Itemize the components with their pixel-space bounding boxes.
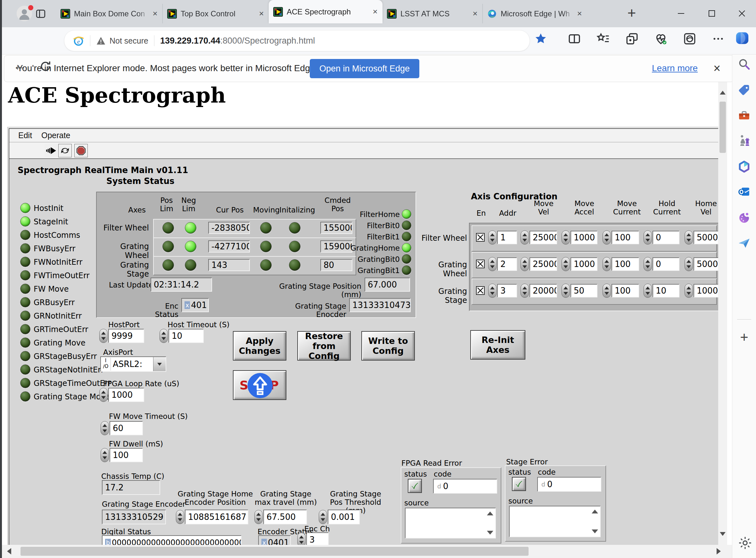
increment-icon[interactable] bbox=[103, 451, 107, 454]
menu-edit[interactable]: Edit bbox=[18, 131, 32, 140]
increment-icon[interactable] bbox=[321, 513, 325, 516]
browser-essentials-icon[interactable] bbox=[654, 32, 668, 46]
collections-icon[interactable] bbox=[625, 32, 639, 46]
hold_current-input[interactable]: 10 bbox=[652, 284, 679, 298]
home_vel-input[interactable]: 50000 bbox=[694, 257, 719, 271]
increment-icon[interactable] bbox=[490, 286, 494, 289]
security-label[interactable]: Not secure bbox=[110, 36, 148, 46]
hostport-spinner[interactable] bbox=[99, 329, 108, 343]
learn-more-link[interactable]: Learn more bbox=[652, 63, 698, 73]
horizontal-scroll-thumb[interactable] bbox=[21, 547, 529, 556]
back-button[interactable]: ← bbox=[11, 57, 28, 74]
fw-move-timeout-spinner[interactable] bbox=[101, 421, 109, 435]
outlook-icon[interactable] bbox=[738, 185, 751, 198]
decrement-icon[interactable] bbox=[101, 337, 106, 340]
home_vel-spinner[interactable] bbox=[684, 230, 693, 245]
url-path[interactable]: :8000/Spectrograph.html bbox=[220, 36, 315, 46]
copilot-icon[interactable] bbox=[735, 31, 750, 46]
fw-dwell-spinner[interactable] bbox=[101, 448, 109, 462]
increment-icon[interactable] bbox=[522, 260, 527, 263]
tab-close-icon[interactable]: × bbox=[471, 9, 479, 19]
scroll-down-icon[interactable] bbox=[720, 532, 726, 536]
decrement-icon[interactable] bbox=[646, 239, 650, 242]
addr-input[interactable]: 2 bbox=[497, 257, 517, 271]
hold_current-input[interactable]: 0 bbox=[652, 257, 679, 271]
decrement-icon[interactable] bbox=[256, 518, 261, 521]
increment-icon[interactable] bbox=[178, 513, 182, 516]
ie-mode-icon[interactable] bbox=[683, 32, 696, 46]
fw-move-timeout-input[interactable]: 60 bbox=[110, 421, 143, 435]
tab-ace-spectrograph[interactable]: ACE Spectrograph× bbox=[269, 0, 382, 23]
increment-icon[interactable] bbox=[564, 286, 568, 289]
move_accel-spinner[interactable] bbox=[562, 284, 570, 298]
hold_current-spinner[interactable] bbox=[644, 230, 652, 245]
move_current-spinner[interactable] bbox=[602, 230, 611, 245]
scroll-up-icon[interactable] bbox=[720, 91, 726, 95]
toolbox-icon[interactable] bbox=[738, 109, 751, 122]
move_accel-spinner[interactable] bbox=[562, 230, 570, 245]
games-icon[interactable] bbox=[738, 135, 751, 147]
settings-menu-icon[interactable] bbox=[712, 32, 725, 46]
tab-close-icon[interactable]: × bbox=[257, 9, 266, 19]
increment-icon[interactable] bbox=[686, 233, 691, 236]
hold_current-spinner[interactable] bbox=[644, 284, 652, 298]
horizontal-scrollbar[interactable] bbox=[2, 545, 735, 558]
gs-pos-threshold-spinner[interactable] bbox=[319, 510, 327, 524]
vertical-scroll-thumb[interactable] bbox=[720, 102, 726, 153]
move_vel-input[interactable]: 250000 bbox=[530, 257, 557, 271]
home_vel-input[interactable]: 50000 bbox=[694, 231, 719, 244]
home_vel-input[interactable]: 100000 bbox=[694, 284, 719, 298]
move_current-input[interactable]: 100 bbox=[612, 257, 639, 271]
increment-icon[interactable] bbox=[604, 286, 609, 289]
increment-icon[interactable] bbox=[564, 260, 568, 263]
decrement-icon[interactable] bbox=[101, 396, 106, 399]
tab-actions-button[interactable] bbox=[35, 8, 46, 19]
enable-checkbox[interactable] bbox=[476, 286, 485, 295]
fpga-loop-rate-spinner[interactable] bbox=[99, 388, 108, 402]
increment-icon[interactable] bbox=[604, 233, 609, 236]
favorites-icon[interactable] bbox=[596, 32, 610, 46]
run-continuous-button[interactable] bbox=[58, 144, 72, 157]
tab-close-icon[interactable]: × bbox=[371, 7, 379, 17]
restore-from-config-button[interactable]: Restore from Config bbox=[297, 331, 351, 360]
abort-button[interactable] bbox=[74, 144, 88, 157]
addr-input[interactable]: 1 bbox=[497, 231, 517, 244]
decrement-icon[interactable] bbox=[522, 239, 527, 242]
m365-icon[interactable] bbox=[738, 160, 751, 173]
stage-source-box[interactable] bbox=[509, 506, 601, 537]
scroll-up-icon[interactable] bbox=[592, 510, 598, 513]
settings-gear-icon[interactable] bbox=[738, 536, 752, 550]
decrement-icon[interactable] bbox=[522, 265, 527, 268]
url-host[interactable]: 139.229.170.44 bbox=[160, 36, 220, 46]
addr-spinner[interactable] bbox=[488, 284, 496, 298]
increment-icon[interactable] bbox=[646, 233, 650, 236]
move_accel-input[interactable]: 1000 bbox=[570, 231, 597, 244]
gs-max-travel-input[interactable]: 67.500 bbox=[263, 510, 307, 524]
tab-lsst-at-mcs[interactable]: LSST AT MCS× bbox=[382, 4, 483, 23]
move_vel-spinner[interactable] bbox=[520, 257, 529, 271]
scroll-right-icon[interactable] bbox=[717, 548, 721, 555]
stop-button[interactable]: STOP bbox=[233, 370, 287, 400]
minimize-button[interactable] bbox=[671, 6, 691, 21]
scroll-left-icon[interactable] bbox=[7, 548, 11, 555]
reinit-axes-button[interactable]: Re-Init Axes bbox=[470, 330, 525, 360]
tab-close-icon[interactable]: × bbox=[151, 9, 159, 19]
home_vel-spinner[interactable] bbox=[684, 257, 693, 271]
decrement-icon[interactable] bbox=[522, 292, 527, 295]
move_vel-spinner[interactable] bbox=[520, 230, 529, 245]
tab-top-box-control[interactable]: Top Box Control× bbox=[163, 4, 269, 23]
vertical-scrollbar[interactable] bbox=[718, 82, 727, 545]
move_current-spinner[interactable] bbox=[602, 284, 611, 298]
designer-icon[interactable] bbox=[738, 211, 751, 224]
tab-close-icon[interactable]: × bbox=[575, 9, 584, 19]
sidebar-add-button[interactable]: + bbox=[738, 331, 751, 344]
tab-microsoft-edge-wh[interactable]: Microsoft Edge | Wh× bbox=[483, 4, 587, 23]
hostport-input[interactable]: 9999 bbox=[108, 329, 144, 343]
host-timeout-input[interactable]: 10 bbox=[168, 329, 204, 343]
gs-pos-threshold-input[interactable]: 0.001 bbox=[328, 510, 360, 524]
move_vel-input[interactable]: 250000 bbox=[530, 231, 557, 244]
axisport-dropdown-button[interactable] bbox=[153, 357, 166, 371]
apply-changes-button[interactable]: Apply Changes bbox=[233, 331, 287, 360]
decrement-icon[interactable] bbox=[161, 337, 166, 340]
move_vel-input[interactable]: 200000 bbox=[530, 284, 557, 298]
